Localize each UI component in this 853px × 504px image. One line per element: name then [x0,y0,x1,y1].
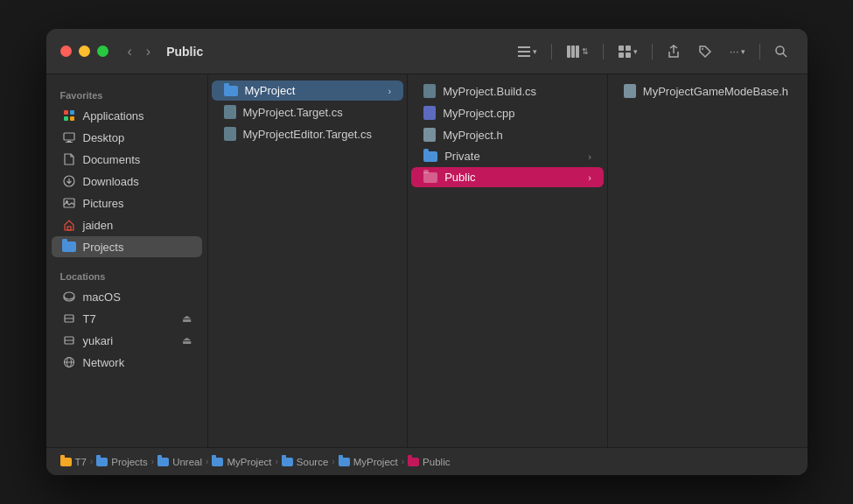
jaiden-label: jaiden [83,219,114,232]
breadcrumb-unreal-icon [157,458,169,466]
titlebar: ‹ › Public ▾ ⇅ [46,29,808,74]
sidebar-item-applications[interactable]: Applications [52,105,202,126]
file-panes: MyProject › MyProject.Target.cs MyProjec… [208,74,808,447]
list-view-button[interactable]: ▾ [512,41,542,62]
breadcrumb-myproject-inner[interactable]: MyProject [339,457,398,467]
yukari-eject-icon[interactable]: ⏏ [182,334,192,346]
sidebar-item-downloads[interactable]: Downloads [52,171,202,192]
file-item-gamemode[interactable]: MyProjectGameModeBase.h [612,80,804,102]
documents-icon [62,152,76,166]
public-chevron: › [588,172,591,183]
more-button[interactable]: ··· ▾ [724,41,751,61]
myproject-editor-label: MyProjectEditor.Target.cs [243,128,372,141]
desktop-icon [62,130,76,144]
share-button[interactable] [661,41,686,62]
public-folder-icon [423,172,437,183]
projects-label: Projects [83,241,124,254]
svg-rect-6 [619,46,624,51]
sidebar-item-documents[interactable]: Documents [52,149,202,170]
svg-point-10 [702,48,703,50]
maximize-button[interactable] [97,46,108,57]
file-item-myproject-h[interactable]: MyProject.h [411,124,604,145]
myproject-h-icon [423,128,436,142]
macos-disk-icon [62,290,76,304]
breadcrumb-myproject-icon [212,458,223,466]
network-label: Network [83,356,125,369]
file-item-myproject[interactable]: MyProject › [212,80,404,101]
sidebar-item-t7[interactable]: T7 ⏏ [52,308,202,329]
file-item-myproject-target[interactable]: MyProject.Target.cs [212,102,404,122]
myproject-build-label: MyProject.Build.cs [443,85,536,98]
breadcrumb-projects-label: Projects [111,457,148,467]
macos-label: macOS [83,290,121,304]
private-folder-icon [423,151,437,162]
t7-eject-icon[interactable]: ⏏ [182,312,192,325]
window-title: Public [166,45,512,59]
file-item-myproject-build[interactable]: MyProject.Build.cs [411,80,604,102]
breadcrumb-myproject-inner-label: MyProject [353,457,398,467]
grid-icon [618,45,632,59]
myproject-label: MyProject [245,84,296,97]
breadcrumb-t7[interactable]: T7 [60,457,87,467]
svg-rect-0 [518,46,530,48]
tag-icon [698,45,712,59]
file-item-private[interactable]: Private › [411,146,604,166]
breadcrumb-myproject-inner-icon [339,458,350,466]
grid-view-button[interactable]: ▾ [612,41,643,62]
sidebar-item-yukari[interactable]: yukari ⏏ [52,330,202,351]
breadcrumb-public[interactable]: Public [408,457,450,467]
breadcrumb-projects[interactable]: Projects [96,457,148,467]
file-item-public[interactable]: Public › [411,167,604,187]
breadcrumb-source[interactable]: Source [282,457,328,467]
sidebar-item-macos[interactable]: macOS [52,286,202,307]
sidebar-item-projects[interactable]: Projects [52,236,202,257]
breadcrumb-source-label: Source [297,457,328,467]
svg-rect-16 [70,116,74,121]
sidebar: Favorites Applications [46,74,208,447]
favorites-label: Favorites [46,83,207,104]
locations-label: Locations [46,264,207,285]
breadcrumb-t7-label: T7 [75,457,87,467]
breadcrumb-unreal-label: Unreal [172,457,202,467]
close-button[interactable] [60,46,72,57]
myproject-cpp-icon [423,106,436,120]
search-button[interactable] [769,41,794,62]
sidebar-item-network[interactable]: Network [52,352,202,373]
svg-rect-19 [66,142,73,143]
applications-icon [62,108,76,122]
applications-label: Applications [83,109,144,122]
more-icon: ··· [730,45,739,58]
column-view-button[interactable]: ⇅ [561,41,594,62]
svg-rect-9 [626,52,631,58]
breadcrumb-sep-6: › [402,457,404,466]
file-item-myproject-editor[interactable]: MyProjectEditor.Target.cs [212,123,404,144]
svg-rect-3 [567,46,570,58]
svg-point-25 [64,292,74,299]
myproject-folder-icon [224,86,238,96]
yukari-disk-icon [62,333,76,347]
sidebar-item-jaiden[interactable]: jaiden [52,214,202,235]
svg-rect-1 [518,51,530,52]
sidebar-item-pictures[interactable]: Pictures [52,192,202,214]
breadcrumb-unreal[interactable]: Unreal [157,457,202,467]
breadcrumb-sep-1: › [90,457,93,466]
tag-button[interactable] [693,41,717,62]
share-icon [667,45,681,59]
separator4 [759,44,760,60]
myproject-editor-icon [224,127,236,141]
myproject-h-label: MyProject.h [443,129,503,142]
breadcrumb-public-icon [408,458,419,466]
file-item-myproject-cpp[interactable]: MyProject.cpp [411,102,604,123]
public-label: Public [444,171,475,184]
breadcrumb-myproject[interactable]: MyProject [212,457,271,467]
yukari-label: yukari [83,334,114,347]
back-button[interactable]: ‹ [122,42,137,61]
forward-button[interactable]: › [141,42,156,61]
minimize-button[interactable] [79,46,90,57]
traffic-lights [60,46,108,57]
sidebar-item-desktop[interactable]: Desktop [52,127,202,148]
myproject-target-icon [224,105,236,119]
svg-rect-15 [64,116,68,121]
breadcrumb-sep-4: › [276,457,278,466]
separator3 [652,44,653,60]
